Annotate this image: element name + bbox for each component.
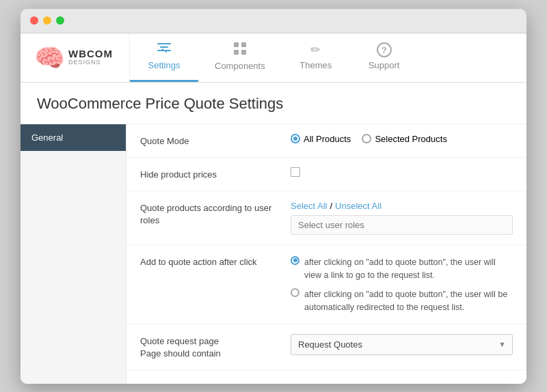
svg-rect-8 [241, 50, 246, 55]
app-window: 🧠 WBCOM DESIGNS Settings [21, 9, 526, 384]
hide-prices-row: Hide product prices [126, 158, 526, 191]
titlebar [21, 9, 526, 33]
tab-components[interactable]: Components [198, 33, 282, 82]
radio-all-products-circle [291, 134, 300, 143]
quote-request-select[interactable]: Request Quotes [291, 334, 513, 355]
brand-sub: DESIGNS [68, 59, 113, 66]
hide-prices-label: Hide product prices [140, 167, 277, 181]
quote-request-dropdown-wrapper: Request Quotes ▼ [291, 334, 513, 355]
link-separator: / [330, 201, 332, 211]
svg-rect-7 [234, 50, 239, 55]
sidebar: General [21, 124, 126, 384]
quote-request-control: Request Quotes ▼ [291, 334, 513, 355]
svg-rect-6 [241, 42, 246, 47]
close-button[interactable] [30, 16, 38, 25]
radio-all-products-label: All Products [304, 134, 351, 144]
logo-text: WBCOM DESIGNS [68, 48, 113, 66]
svg-rect-5 [234, 42, 239, 47]
radio-all-products[interactable]: All Products [291, 134, 351, 144]
tab-settings-label: Settings [148, 60, 181, 70]
hide-prices-control [291, 167, 513, 177]
logo-icon: 🧠 [34, 44, 62, 71]
svg-rect-0 [157, 43, 171, 44]
components-icon [234, 42, 246, 58]
user-roles-links: Select All / Unselect All [291, 201, 513, 211]
add-to-quote-row: Add to quote action after click after cl… [126, 245, 526, 324]
add-to-quote-control: after clicking on "add to quote button",… [291, 255, 513, 314]
add-to-quote-radio-2[interactable] [291, 288, 299, 297]
tab-themes-label: Themes [299, 60, 332, 70]
add-to-quote-option-1: after clicking on "add to quote button",… [291, 255, 513, 282]
unselect-all-link[interactable]: Unselect All [335, 201, 382, 211]
add-to-quote-desc-1: after clicking on "add to quote button",… [304, 256, 513, 282]
maximize-button[interactable] [56, 16, 64, 25]
quote-mode-radio-group: All Products Selected Products [291, 134, 513, 144]
user-roles-label: Quote products according to user roles [140, 201, 277, 227]
radio-selected-products-circle [362, 134, 371, 143]
user-roles-control: Select All / Unselect All [291, 201, 513, 235]
user-roles-row: Quote products according to user roles S… [126, 191, 526, 245]
sidebar-item-general[interactable]: General [21, 124, 126, 151]
tab-support-label: Support [369, 60, 400, 70]
quote-request-label: Quote request pagePage should contain [140, 334, 277, 360]
hide-prices-checkbox[interactable] [291, 167, 300, 177]
select-all-link[interactable]: Select All [291, 201, 327, 211]
logo-area: 🧠 WBCOM DESIGNS [21, 33, 130, 82]
tab-themes[interactable]: ✏ Themes [282, 33, 350, 82]
add-to-quote-radio-1[interactable] [291, 256, 299, 265]
quote-request-row: Quote request pagePage should contain Re… [126, 324, 526, 370]
page-title: WooCommerce Price Quote Settings [21, 83, 526, 124]
add-to-quote-desc-2: after clicking on "add to quote button",… [304, 288, 513, 314]
quote-mode-control: All Products Selected Products [291, 134, 513, 144]
traffic-lights [30, 16, 64, 25]
settings-panel: Quote Mode All Products Selected Product… [126, 124, 526, 384]
main-layout: General Quote Mode All Products [21, 124, 526, 384]
radio-selected-products-label: Selected Products [375, 134, 447, 144]
svg-rect-3 [157, 50, 171, 51]
svg-rect-4 [165, 50, 167, 53]
nav-tabs: Settings Components ✏ Themes ? [130, 33, 526, 82]
svg-rect-1 [160, 46, 168, 48]
tab-support[interactable]: ? Support [350, 33, 418, 82]
minimize-button[interactable] [43, 16, 51, 25]
settings-icon [157, 43, 171, 57]
add-to-quote-label: Add to quote action after click [140, 255, 277, 268]
themes-icon: ✏ [310, 42, 321, 57]
add-to-quote-option-2: after clicking on "add to quote button",… [291, 287, 513, 314]
user-roles-input[interactable] [291, 215, 513, 235]
support-icon: ? [377, 42, 392, 57]
tab-settings[interactable]: Settings [130, 33, 198, 82]
quote-mode-label: Quote Mode [140, 134, 277, 148]
content-area: WooCommerce Price Quote Settings General… [21, 83, 526, 384]
navbar: 🧠 WBCOM DESIGNS Settings [21, 33, 526, 83]
quote-mode-row: Quote Mode All Products Selected Product… [126, 124, 526, 158]
brand-name: WBCOM [68, 48, 113, 60]
tab-components-label: Components [215, 61, 265, 71]
radio-selected-products[interactable]: Selected Products [362, 134, 447, 144]
